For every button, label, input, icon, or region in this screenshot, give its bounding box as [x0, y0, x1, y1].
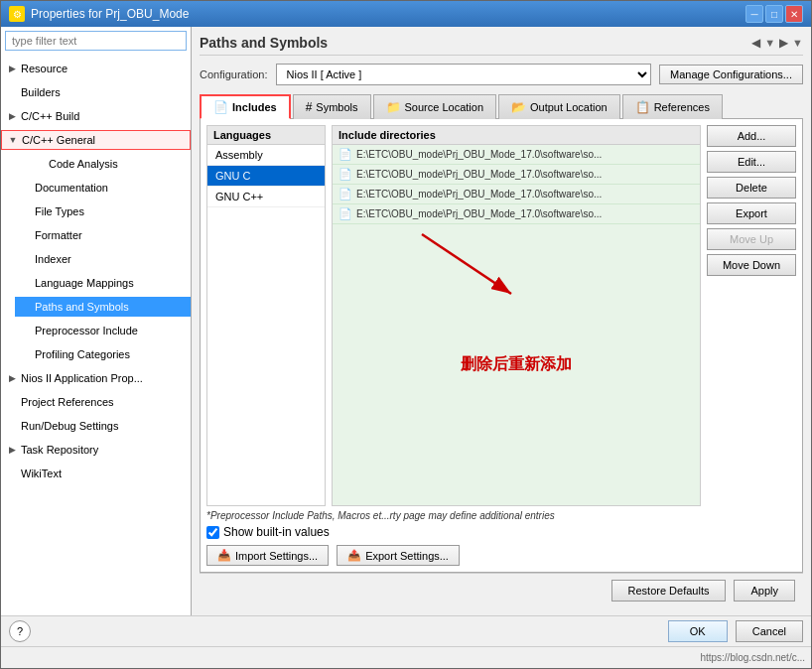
- tab-source-location[interactable]: 📁 Source Location: [373, 94, 497, 119]
- resource-row[interactable]: ▶ Resource: [1, 59, 191, 78]
- project-refs-label: Project References: [19, 396, 114, 408]
- import-label: Import Settings...: [235, 550, 318, 562]
- export-settings-button[interactable]: 📤 Export Settings...: [337, 545, 460, 566]
- export-icon: 📤: [347, 549, 361, 562]
- lang-item-gnu-cpp[interactable]: GNU C++: [207, 187, 325, 207]
- move-down-button[interactable]: Move Down: [707, 254, 796, 276]
- nav-forward-button[interactable]: ▶: [779, 36, 788, 50]
- title-buttons: ─ □ ✕: [745, 5, 803, 23]
- tab-references-label: References: [654, 101, 710, 113]
- tree-item-indexer: Indexer: [1, 247, 191, 271]
- code-analysis-label: Code Analysis: [47, 158, 118, 170]
- tab-symbols[interactable]: # Symbols: [293, 94, 371, 119]
- content-area: ▶ Resource Builders ▶ C/C++ Build: [1, 27, 811, 615]
- preprocessor-row[interactable]: Preprocessor Include: [15, 321, 191, 340]
- tab-includes[interactable]: 📄 Includes: [200, 94, 291, 119]
- indexer-row[interactable]: Indexer: [15, 249, 191, 269]
- source-tab-icon: 📁: [386, 100, 401, 114]
- import-settings-button[interactable]: 📥 Import Settings...: [206, 545, 329, 566]
- dir-path-1: E:\ETC\OBU_mode\Prj_OBU_Mode_17.0\softwa…: [356, 169, 602, 180]
- symbols-tab-icon: #: [306, 100, 313, 114]
- restore-defaults-button[interactable]: Restore Defaults: [611, 580, 727, 602]
- includes-tab-icon: 📄: [213, 100, 228, 114]
- nav-back-button[interactable]: ◀: [751, 36, 760, 50]
- add-button[interactable]: Add...: [707, 125, 796, 147]
- project-refs-row[interactable]: Project References: [1, 392, 191, 412]
- status-bar: https://blog.csdn.net/c...: [1, 646, 811, 668]
- config-select[interactable]: Nios II [ Active ]: [276, 64, 652, 85]
- references-tab-icon: 📋: [635, 100, 650, 114]
- window-icon: ⚙: [9, 6, 25, 22]
- code-analysis-row[interactable]: Code Analysis: [15, 154, 191, 174]
- right-panel: Paths and Symbols ◀ ▼ ▶ ▼ Configuration:…: [192, 27, 811, 615]
- tree-item-cpp-general: ▼ C/C++ General: [1, 128, 191, 152]
- nios-row[interactable]: ▶ Nios II Application Prop...: [1, 368, 191, 388]
- svg-line-1: [422, 234, 511, 294]
- main-content: Languages Assembly GNU C GNU C++ Include…: [200, 119, 803, 573]
- import-export-row: 📥 Import Settings... 📤 Export Settings..…: [206, 545, 796, 566]
- config-label: Configuration:: [200, 68, 268, 80]
- file-types-row[interactable]: File Types: [15, 201, 191, 221]
- cancel-button[interactable]: Cancel: [736, 620, 803, 642]
- lang-item-assembly[interactable]: Assembly: [207, 145, 325, 166]
- directories-panel: Include directories 📄 E:\ETC\OBU_mode\Pr…: [332, 125, 701, 506]
- export-button[interactable]: Export: [707, 202, 796, 224]
- tab-references[interactable]: 📋 References: [622, 94, 723, 119]
- move-up-button[interactable]: Move Up: [707, 228, 796, 250]
- task-repo-row[interactable]: ▶ Task Repository: [1, 440, 191, 460]
- dir-item-3[interactable]: 📄 E:\ETC\OBU_mode\Prj_OBU_Mode_17.0\soft…: [333, 204, 700, 224]
- cpp-general-row[interactable]: ▼ C/C++ General: [1, 130, 191, 150]
- tree-item-profiling: Profiling Categories: [1, 342, 191, 366]
- documentation-row[interactable]: Documentation: [15, 178, 191, 198]
- export-label: Export Settings...: [365, 550, 449, 562]
- manage-config-button[interactable]: Manage Configurations...: [659, 65, 803, 84]
- preprocessor-note: *Preprocessor Include Paths, Macros et..…: [206, 510, 796, 521]
- title-bar: ⚙ Properties for Prj_OBU_Mode ─ □ ✕: [1, 1, 811, 27]
- run-debug-row[interactable]: Run/Debug Settings: [1, 416, 191, 436]
- annotation-area: 删除后重新添加: [333, 224, 700, 505]
- show-builtin-label: Show built-in values: [223, 525, 330, 539]
- tree-item-nios: ▶ Nios II Application Prop...: [1, 366, 191, 390]
- profiling-row[interactable]: Profiling Categories: [15, 344, 191, 364]
- tree-item-formatter: Formatter: [1, 223, 191, 247]
- delete-button[interactable]: Delete: [707, 177, 796, 199]
- cpp-build-label: C/C++ Build: [19, 110, 79, 122]
- output-tab-icon: 📂: [511, 100, 526, 114]
- watermark-text: https://blog.csdn.net/c...: [700, 652, 805, 663]
- dir-item-2[interactable]: 📄 E:\ETC\OBU_mode\Prj_OBU_Mode_17.0\soft…: [333, 185, 700, 204]
- tab-output-location[interactable]: 📂 Output Location: [498, 94, 620, 119]
- language-mappings-row[interactable]: Language Mappings: [15, 273, 191, 293]
- expander-code-analysis: [33, 157, 47, 171]
- panel-title-area: Paths and Symbols ◀ ▼ ▶ ▼: [200, 35, 803, 56]
- title-bar-left: ⚙ Properties for Prj_OBU_Mode: [9, 6, 189, 22]
- edit-button[interactable]: Edit...: [707, 151, 796, 173]
- dir-item-0[interactable]: 📄 E:\ETC\OBU_mode\Prj_OBU_Mode_17.0\soft…: [333, 145, 700, 165]
- filter-input[interactable]: [5, 31, 187, 51]
- close-button[interactable]: ✕: [785, 5, 803, 23]
- dir-icon-2: 📄: [338, 188, 352, 201]
- tab-symbols-label: Symbols: [316, 101, 357, 113]
- dir-item-1[interactable]: 📄 E:\ETC\OBU_mode\Prj_OBU_Mode_17.0\soft…: [333, 165, 700, 185]
- tree-item-task-repo: ▶ Task Repository: [1, 438, 191, 462]
- checkbox-row: Show built-in values: [206, 525, 796, 539]
- wikitext-row[interactable]: WikiText: [1, 464, 191, 483]
- minimize-button[interactable]: ─: [745, 5, 763, 23]
- maximize-button[interactable]: □: [765, 5, 783, 23]
- cpp-build-row[interactable]: ▶ C/C++ Build: [1, 106, 191, 126]
- tab-includes-label: Includes: [232, 101, 277, 113]
- lang-item-gnu-c[interactable]: GNU C: [207, 166, 325, 187]
- apply-button[interactable]: Apply: [734, 580, 795, 602]
- paths-symbols-row[interactable]: Paths and Symbols: [15, 297, 191, 317]
- show-builtin-checkbox[interactable]: [206, 526, 219, 539]
- formatter-row[interactable]: Formatter: [15, 225, 191, 245]
- ok-button[interactable]: OK: [668, 620, 728, 642]
- tree-item-run-debug: Run/Debug Settings: [1, 414, 191, 438]
- languages-header: Languages: [207, 126, 325, 145]
- dir-icon-0: 📄: [338, 148, 352, 161]
- builders-row[interactable]: Builders: [1, 82, 191, 102]
- help-button[interactable]: ?: [9, 620, 31, 642]
- tree-item-preprocessor: Preprocessor Include: [1, 319, 191, 342]
- help-area: ?: [9, 620, 660, 642]
- expander-builders: [5, 85, 19, 99]
- expander-cpp-general: ▼: [6, 133, 20, 147]
